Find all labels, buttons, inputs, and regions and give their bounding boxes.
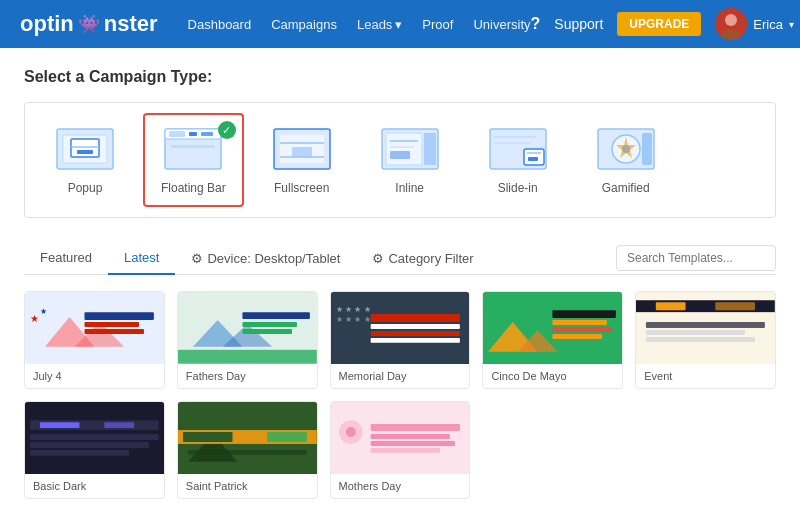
- svg-rect-64: [553, 327, 612, 332]
- nav-proof[interactable]: Proof: [422, 17, 453, 32]
- template-name-july4: July 4: [25, 364, 164, 388]
- svg-rect-89: [370, 424, 459, 431]
- slide-in-icon: [486, 125, 550, 173]
- campaign-type-gamified[interactable]: Gamified: [576, 113, 676, 207]
- help-button[interactable]: ?: [531, 15, 541, 33]
- svg-rect-35: [642, 133, 652, 165]
- template-name-mothers: Mothers Day: [331, 474, 470, 498]
- template-thumb-mothers: [331, 402, 470, 474]
- svg-rect-71: [646, 330, 745, 335]
- tab-featured[interactable]: Featured: [24, 242, 108, 275]
- avatar: [715, 8, 747, 40]
- nav-campaigns[interactable]: Campaigns: [271, 17, 337, 32]
- template-cinco-de-mayo[interactable]: Cinco De Mayo: [482, 291, 623, 389]
- nav-support[interactable]: Support: [554, 16, 603, 32]
- svg-rect-19: [292, 147, 312, 157]
- template-memorial-day[interactable]: ★ ★ ★ ★ ★ ★ ★ ★ Memorial Day: [330, 291, 471, 389]
- template-thumb-stpatrick: [178, 402, 317, 474]
- svg-text:★ ★ ★ ★: ★ ★ ★ ★: [336, 305, 371, 314]
- campaign-type-fullscreen[interactable]: Fullscreen: [252, 113, 352, 207]
- svg-rect-78: [30, 442, 149, 448]
- campaign-types-container: Popup ✓ Floating Bar: [24, 102, 776, 218]
- svg-rect-62: [553, 310, 616, 318]
- svg-rect-72: [646, 337, 755, 342]
- main-content: Select a Campaign Type: Popup ✓: [0, 48, 800, 527]
- fullscreen-icon: [270, 125, 334, 173]
- category-icon: ⚙: [372, 251, 384, 266]
- template-event[interactable]: Event: [635, 291, 776, 389]
- svg-rect-10: [169, 131, 185, 137]
- svg-rect-14: [171, 151, 201, 154]
- svg-text:★: ★: [40, 307, 47, 316]
- template-basic-dark[interactable]: Basic Dark: [24, 401, 165, 499]
- svg-rect-23: [424, 133, 436, 165]
- svg-text:★ ★ ★ ★: ★ ★ ★ ★: [336, 315, 371, 324]
- nav-dashboard[interactable]: Dashboard: [188, 17, 252, 32]
- tab-latest[interactable]: Latest: [108, 242, 175, 275]
- svg-rect-84: [267, 432, 307, 442]
- svg-rect-57: [370, 331, 459, 336]
- navbar: optin 👾 nster Dashboard Campaigns Leads …: [0, 0, 800, 48]
- fullscreen-label: Fullscreen: [274, 181, 329, 195]
- campaign-type-inline[interactable]: Inline: [360, 113, 460, 207]
- template-thumb-memorial: ★ ★ ★ ★ ★ ★ ★ ★: [331, 292, 470, 364]
- template-fathers-day[interactable]: Fathers Day: [177, 291, 318, 389]
- nav-leads[interactable]: Leads ▾: [357, 17, 402, 32]
- template-name-fathers: Fathers Day: [178, 364, 317, 388]
- svg-rect-92: [370, 448, 439, 453]
- svg-point-36: [622, 145, 630, 153]
- gamified-icon: [594, 125, 658, 173]
- floating-bar-icon: [161, 125, 225, 173]
- svg-rect-68: [656, 302, 686, 310]
- svg-rect-22: [386, 133, 422, 165]
- svg-rect-32: [528, 157, 538, 161]
- template-name-cinco: Cinco De Mayo: [483, 364, 622, 388]
- template-thumb-july4: ★ ★: [25, 292, 164, 364]
- svg-rect-48: [178, 350, 317, 364]
- campaign-type-floating-bar[interactable]: ✓ Floating Bar: [143, 113, 244, 207]
- template-july4[interactable]: ★ ★ July 4: [24, 291, 165, 389]
- svg-rect-69: [716, 302, 756, 310]
- template-thumb-fathers: [178, 292, 317, 364]
- svg-rect-56: [370, 324, 459, 329]
- user-menu[interactable]: Erica ▾: [715, 8, 794, 40]
- popup-icon: [53, 125, 117, 173]
- upgrade-button[interactable]: UPGRADE: [617, 12, 701, 36]
- svg-rect-77: [30, 434, 159, 440]
- section-title: Select a Campaign Type:: [24, 68, 776, 86]
- campaign-type-popup[interactable]: Popup: [35, 113, 135, 207]
- nav-university[interactable]: University: [473, 17, 530, 32]
- search-input[interactable]: [616, 245, 776, 271]
- leads-chevron-icon: ▾: [395, 17, 402, 32]
- template-mothers-day[interactable]: Mothers Day: [330, 401, 471, 499]
- svg-rect-50: [242, 322, 297, 327]
- svg-text:★: ★: [30, 313, 39, 324]
- tab-device[interactable]: ⚙ Device: Desktop/Tablet: [175, 243, 356, 274]
- svg-rect-12: [201, 132, 213, 136]
- brand-logo[interactable]: optin 👾 nster: [20, 11, 158, 37]
- inline-label: Inline: [395, 181, 424, 195]
- logo-text: optin: [20, 11, 74, 37]
- logo-monster: 👾: [78, 13, 100, 35]
- inline-icon: [378, 125, 442, 173]
- template-name-memorial: Memorial Day: [331, 364, 470, 388]
- svg-rect-11: [189, 132, 197, 136]
- svg-rect-79: [30, 450, 129, 456]
- template-thumb-event: [636, 292, 775, 364]
- floating-bar-label: Floating Bar: [161, 181, 226, 195]
- svg-point-1: [725, 14, 737, 26]
- svg-rect-15: [171, 157, 207, 160]
- svg-rect-7: [77, 150, 93, 154]
- templates-grid: ★ ★ July 4: [24, 291, 776, 499]
- template-name-event: Event: [636, 364, 775, 388]
- template-saint-patrick[interactable]: Saint Patrick: [177, 401, 318, 499]
- svg-rect-55: [370, 314, 459, 322]
- svg-rect-5: [71, 139, 99, 157]
- gamified-label: Gamified: [602, 181, 650, 195]
- svg-rect-58: [370, 338, 459, 343]
- tab-category[interactable]: ⚙ Category Filter: [356, 243, 489, 274]
- template-name-stpatrick: Saint Patrick: [178, 474, 317, 498]
- nav-right: ? Support UPGRADE Erica ▾: [531, 8, 794, 40]
- campaign-type-slide-in[interactable]: Slide-in: [468, 113, 568, 207]
- svg-rect-91: [370, 441, 454, 446]
